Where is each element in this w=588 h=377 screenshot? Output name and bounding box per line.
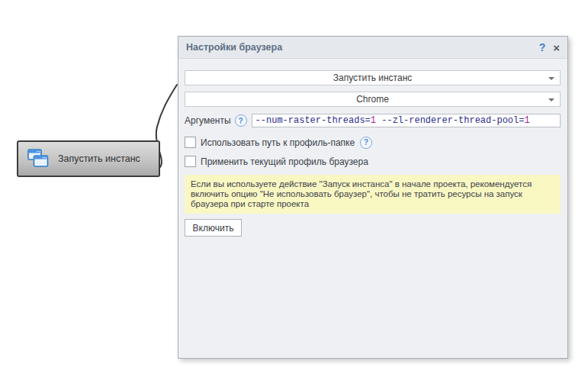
chevron-down-icon (548, 98, 554, 102)
use-profile-path-label[interactable]: Использовать путь к профиль-папке (201, 137, 355, 148)
dialog-content: Запустить инстанс Chrome Аргументы ? --n… (178, 59, 567, 237)
recommendation-info-box: Если вы используете действие "Запуск инс… (185, 175, 561, 214)
action-node-label: Запустить инстанс (58, 153, 140, 164)
dialog-titlebar: Настройки браузера ? × (178, 37, 567, 59)
use-profile-path-help-icon[interactable]: ? (360, 137, 372, 149)
browser-select-value: Chrome (185, 94, 560, 105)
action-select-value: Запустить инстанс (185, 72, 560, 83)
browser-windows-icon (27, 149, 49, 169)
action-node-launch-instance[interactable]: Запустить инстанс (17, 140, 160, 177)
action-select[interactable]: Запустить инстанс (185, 70, 561, 85)
help-icon[interactable]: ? (535, 41, 551, 53)
arguments-label: Аргументы (185, 115, 231, 126)
apply-current-profile-label[interactable]: Применить текущий профиль браузера (201, 156, 368, 167)
arguments-help-icon[interactable]: ? (235, 114, 247, 127)
close-icon[interactable]: × (550, 41, 567, 54)
use-profile-path-row[interactable]: Использовать путь к профиль-папке ? (185, 137, 561, 148)
arguments-input[interactable]: --num-raster-threads=1 --zl-renderer-thr… (252, 114, 561, 127)
apply-current-profile-row[interactable]: Применить текущий профиль браузера (185, 156, 561, 167)
browser-select[interactable]: Chrome (185, 92, 561, 107)
chevron-down-icon (548, 77, 554, 80)
apply-current-profile-checkbox[interactable] (185, 156, 196, 167)
workflow-canvas: Запустить инстанс Настройки браузера ? ×… (0, 0, 588, 377)
browser-settings-dialog: Настройки браузера ? × Запустить инстанс… (178, 36, 568, 359)
enable-button[interactable]: Включить (185, 219, 242, 237)
use-profile-path-checkbox[interactable] (185, 137, 196, 148)
arguments-row: Аргументы ? --num-raster-threads=1 --zl-… (185, 114, 561, 127)
dialog-title: Настройки браузера (186, 42, 535, 53)
